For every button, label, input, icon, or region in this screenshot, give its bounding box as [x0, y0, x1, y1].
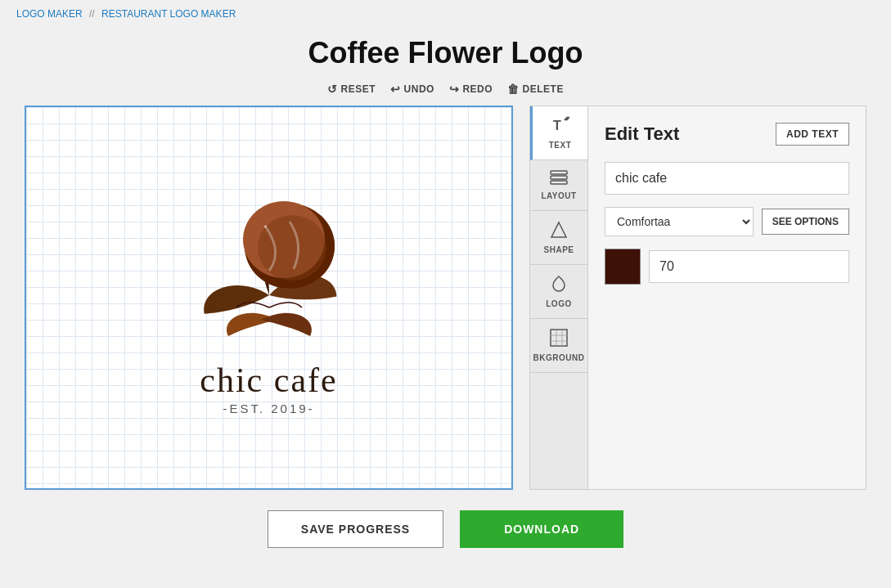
sidebar-item-logo[interactable]: LOGO [530, 265, 587, 319]
delete-label: DELETE [523, 83, 564, 95]
font-select[interactable]: Comfortaa Roboto Open Sans Lato Montserr… [605, 207, 754, 236]
background-label: BKGROUND [533, 353, 585, 362]
svg-marker-10 [551, 222, 566, 237]
sidebar-item-shape[interactable]: SHAPE [530, 211, 587, 265]
canvas-content: chic cafe -EST. 2019- [26, 107, 511, 488]
delete-button[interactable]: 🗑 DELETE [507, 83, 564, 96]
logo-icon [550, 275, 568, 297]
redo-icon: ↪ [449, 83, 460, 96]
svg-text:T: T [553, 119, 561, 132]
bottom-bar: SAVE PROGRESS DOWNLOAD [0, 510, 891, 564]
background-icon [550, 329, 568, 351]
breadcrumb-restaurant-logo-maker: RESTAURANT LOGO MAKER [101, 8, 236, 20]
svg-rect-9 [551, 181, 567, 184]
reset-icon: ↺ [327, 83, 338, 96]
reset-button[interactable]: ↺ RESET [327, 83, 376, 96]
undo-icon: ↩ [390, 83, 401, 96]
svg-rect-8 [551, 176, 567, 179]
breadcrumb: LOGO MAKER // RESTAURANT LOGO MAKER [0, 0, 891, 28]
logo-canvas[interactable]: chic cafe -EST. 2019- [25, 105, 513, 490]
save-progress-button[interactable]: SAVE PROGRESS [268, 510, 443, 548]
logo-svg [163, 181, 376, 369]
layout-label: LAYOUT [541, 191, 576, 200]
undo-label: UNDO [404, 83, 434, 95]
shape-icon [550, 221, 568, 243]
svg-rect-7 [551, 171, 567, 174]
reset-label: RESET [341, 83, 376, 95]
redo-label: REDO [462, 83, 493, 95]
redo-button[interactable]: ↪ REDO [449, 83, 493, 96]
color-swatch[interactable] [605, 249, 641, 285]
delete-icon: 🗑 [507, 83, 520, 96]
main-layout: chic cafe -EST. 2019- T TEXT LAYOUT [0, 105, 891, 490]
undo-button[interactable]: ↩ UNDO [390, 83, 434, 96]
svg-rect-11 [551, 330, 567, 346]
canvas-logo-text[interactable]: chic cafe [200, 361, 337, 400]
text-tool-icon: T [551, 116, 569, 138]
toolbar: ↺ RESET ↩ UNDO ↪ REDO 🗑 DELETE [0, 83, 891, 96]
breadcrumb-separator: // [89, 8, 95, 20]
breadcrumb-logo-maker[interactable]: LOGO MAKER [16, 8, 83, 20]
right-panel: T TEXT LAYOUT SHAPE LOGO [529, 105, 866, 490]
size-input[interactable] [649, 250, 849, 283]
sidebar-item-text[interactable]: T TEXT [530, 106, 587, 160]
shape-label: SHAPE [544, 245, 574, 254]
text-input-field[interactable] [605, 162, 849, 195]
add-text-button[interactable]: ADD TEXT [776, 123, 849, 146]
font-row: Comfortaa Roboto Open Sans Lato Montserr… [605, 207, 849, 236]
layout-icon [550, 170, 568, 189]
logo-label: LOGO [546, 299, 571, 308]
download-button[interactable]: DOWNLOAD [460, 510, 623, 548]
text-label: TEXT [549, 141, 572, 150]
see-options-button[interactable]: SEE OPTIONS [762, 209, 849, 235]
edit-panel-title: Edit Text [605, 123, 679, 145]
edit-panel: Edit Text ADD TEXT Comfortaa Roboto Open… [588, 105, 866, 490]
edit-panel-header: Edit Text ADD TEXT [605, 123, 849, 146]
sidebar-item-layout[interactable]: LAYOUT [530, 160, 587, 211]
svg-point-3 [258, 215, 326, 281]
sidebar-item-background[interactable]: BKGROUND [530, 319, 587, 373]
page-title: Coffee Flower Logo [0, 36, 891, 70]
canvas-logo-subtext[interactable]: -EST. 2019- [223, 402, 314, 415]
side-icons-panel: T TEXT LAYOUT SHAPE LOGO [529, 105, 588, 490]
color-size-row [605, 249, 849, 285]
